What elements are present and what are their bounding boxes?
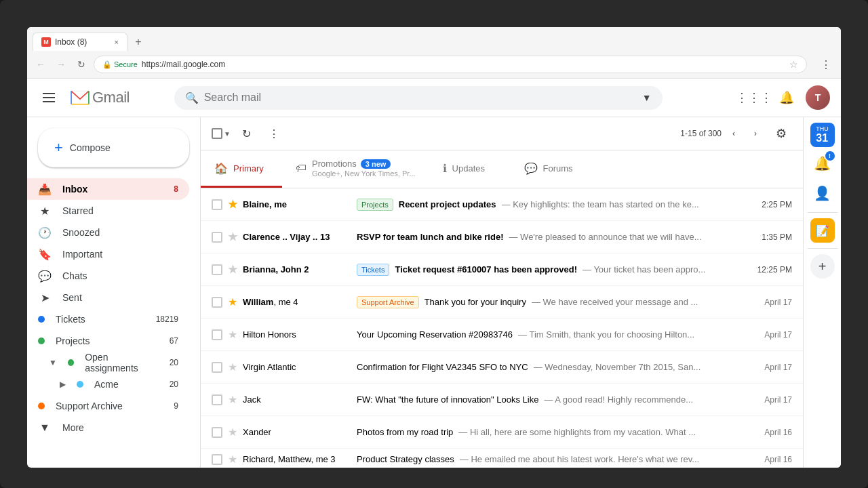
snoozed-icon: 🕐 — [38, 226, 52, 239]
table-row[interactable]: ★ William, me 4 Support Archive Thank yo… — [201, 286, 803, 319]
sidebar-item-sent[interactable]: ➤ Sent — [27, 287, 189, 308]
sidebar-item-chats[interactable]: 💬 Chats — [27, 265, 189, 287]
bookmark-icon[interactable]: ☆ — [789, 59, 798, 70]
sidebar-item-tickets[interactable]: Tickets 18219 — [27, 308, 189, 330]
star-icon[interactable]: ★ — [228, 453, 237, 466]
email-time: April 16 — [764, 428, 792, 437]
sidebar-item-important[interactable]: 🔖 Important — [27, 243, 189, 265]
email-time: 12:25 PM — [757, 265, 792, 274]
compose-btn[interactable]: + Compose — [38, 128, 189, 167]
table-row[interactable]: ★ Blaine, me Projects Recent project upd… — [201, 188, 803, 221]
chats-icon: 💬 — [38, 270, 52, 283]
row-checkbox[interactable] — [212, 454, 222, 465]
star-icon[interactable]: ★ — [228, 263, 237, 276]
star-icon[interactable]: ★ — [228, 393, 237, 406]
sidebar-item-more[interactable]: ▼ More — [27, 417, 189, 439]
notes-btn[interactable]: 📝 — [810, 218, 835, 243]
sidebar-item-snoozed[interactable]: 🕐 Snoozed — [27, 222, 189, 243]
sidebar-item-inbox[interactable]: 📥 Inbox 8 — [27, 178, 189, 200]
table-row[interactable]: ★ Xander Photos from my road trip — Hi a… — [201, 416, 803, 449]
tab-primary[interactable]: 🏠 Primary — [201, 150, 282, 188]
search-inner[interactable]: 🔍 ▼ — [174, 86, 663, 110]
sidebar-item-projects[interactable]: Projects 67 — [27, 330, 189, 352]
email-subject-area: FW: What "the future of innovation" Look… — [357, 394, 753, 405]
tickets-badge: 18219 — [156, 314, 178, 324]
star-icon[interactable]: ★ — [228, 426, 237, 439]
row-checkbox[interactable] — [212, 427, 222, 438]
apps-btn[interactable]: ⋮⋮⋮ — [741, 84, 768, 111]
tab-close-btn[interactable]: × — [115, 38, 119, 46]
select-all-checkbox[interactable]: ▼ — [212, 128, 231, 139]
row-checkbox[interactable] — [212, 199, 222, 210]
email-subject: FW: What "the future of innovation" Look… — [357, 394, 538, 405]
row-checkbox[interactable] — [212, 362, 222, 373]
row-checkbox[interactable] — [212, 297, 222, 308]
table-row[interactable]: ★ Clarence .. Vijay .. 13 RSVP for team … — [201, 221, 803, 253]
email-subject-area: Your Upcoming Reservation #20983746 — Ti… — [357, 329, 753, 340]
address-bar[interactable]: 🔒 Secure https://mail.google.com ☆ — [94, 56, 807, 73]
dropdown-arrow-icon[interactable]: ▼ — [224, 130, 231, 138]
extensions-btn[interactable]: ⋮ — [816, 55, 835, 74]
table-row[interactable]: ★ Richard, Matthew, me 3 Product Strateg… — [201, 449, 803, 468]
sidebar-item-starred[interactable]: ★ Starred — [27, 200, 189, 222]
settings-btn[interactable]: ⚙ — [770, 123, 792, 144]
search-chevron-icon[interactable]: ▼ — [642, 92, 652, 103]
gmail-header-wrapper: Gmail 🔍 ▼ ⋮⋮⋮ 🔔 T — [27, 79, 841, 117]
sender-name: William, me 4 — [243, 297, 351, 307]
calendar-day: THU — [816, 125, 829, 132]
star-icon[interactable]: ★ — [228, 328, 237, 341]
star-icon[interactable]: ★ — [228, 296, 237, 308]
sidebar-item-label-tickets: Tickets — [56, 314, 85, 325]
star-icon[interactable]: ★ — [228, 198, 237, 211]
email-preview: — Hi all, here are some highlights from … — [458, 427, 696, 437]
forward-btn[interactable]: → — [53, 56, 69, 73]
table-row[interactable]: ★ Jack FW: What "the future of innovatio… — [201, 384, 803, 416]
acme-dot — [77, 381, 83, 388]
back-btn[interactable]: ← — [33, 56, 49, 73]
new-tab-btn[interactable]: + — [130, 34, 146, 50]
contacts-btn[interactable]: 👤 — [809, 180, 836, 207]
sender-name: Brianna, John 2 — [243, 264, 351, 274]
email-subject-area: Confirmation for Flight VA2345 SFO to NY… — [357, 362, 753, 372]
row-checkbox[interactable] — [212, 394, 222, 405]
refresh-emails-btn[interactable]: ↻ — [236, 123, 258, 144]
url-text: https://mail.google.com — [142, 60, 225, 69]
notifications-btn[interactable]: 🔔 — [773, 84, 800, 111]
tab-promotions[interactable]: 🏷 Promotions 3 new Google+, New York Tim… — [282, 150, 429, 188]
active-tab[interactable]: M Inbox (8) × — [33, 33, 127, 51]
star-icon[interactable]: ★ — [228, 361, 237, 373]
sidebar-item-label-more: More — [62, 422, 84, 433]
menu-btn[interactable] — [38, 87, 60, 108]
primary-tab-icon: 🏠 — [214, 162, 228, 175]
row-checkbox[interactable] — [212, 264, 222, 275]
next-page-btn[interactable]: › — [746, 124, 765, 143]
calendar-btn[interactable]: THU 31 — [810, 123, 835, 147]
tab-forums[interactable]: 💬 Forums — [511, 150, 592, 188]
email-time: April 17 — [764, 298, 792, 307]
search-input[interactable] — [204, 92, 637, 104]
promotions-tab-label: Promotions — [312, 159, 357, 169]
add-plugin-btn[interactable]: + — [810, 254, 835, 279]
table-row[interactable]: ★ Hilton Honors Your Upcoming Reservatio… — [201, 319, 803, 351]
star-icon[interactable]: ★ — [228, 230, 237, 243]
browser-chrome: M Inbox (8) × + ← → ↻ 🔒 Secure https://m… — [27, 27, 841, 79]
acme-badge: 20 — [170, 380, 178, 389]
sidebar-item-label-inbox: Inbox — [62, 184, 87, 195]
email-preview: — Your ticket has been appro... — [583, 264, 705, 274]
table-row[interactable]: ★ Brianna, John 2 Tickets Ticket request… — [201, 253, 803, 286]
email-subject: Recent project updates — [399, 199, 496, 209]
more-actions-btn[interactable]: ⋮ — [263, 123, 285, 144]
refresh-btn[interactable]: ↻ — [73, 56, 90, 73]
sidebar-item-acme[interactable]: ▶ Acme 20 — [27, 373, 189, 395]
avatar[interactable]: T — [806, 85, 830, 110]
table-row[interactable]: ★ Virgin Atlantic Confirmation for Fligh… — [201, 351, 803, 384]
prev-page-btn[interactable]: ‹ — [724, 124, 743, 143]
assignments-badge: 20 — [170, 358, 178, 367]
row-checkbox[interactable] — [212, 329, 222, 340]
row-checkbox[interactable] — [212, 232, 222, 243]
sidebar-item-support-archive[interactable]: Support Archive 9 — [27, 395, 189, 417]
sidebar-item-open-assignments[interactable]: ▼ Open assignments 20 — [27, 352, 189, 373]
notifications-side-btn[interactable]: 🔔 ! — [809, 150, 836, 177]
sender-name: Clarence .. Vijay .. 13 — [243, 232, 351, 242]
tab-updates[interactable]: ℹ Updates — [429, 150, 511, 188]
